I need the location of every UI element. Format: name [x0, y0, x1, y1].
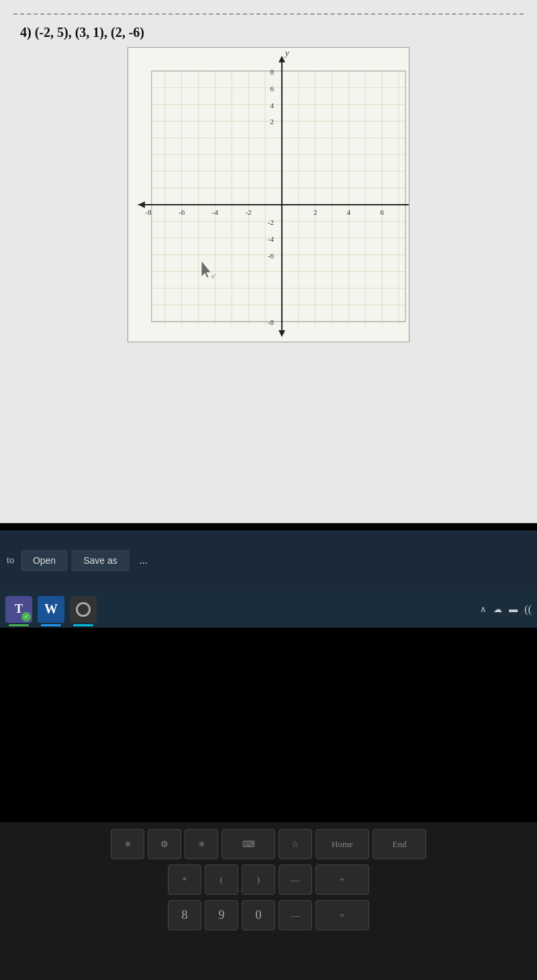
key-0[interactable]: 0	[242, 900, 275, 930]
svg-marker-34	[409, 201, 409, 208]
graph-wrapper: -8 -6 -4 -2 2 4 6 8 x 8 6 4 2 -2 -4 -6 -…	[13, 47, 524, 342]
coordinate-graph: -8 -6 -4 -2 2 4 6 8 x 8 6 4 2 -2 -4 -6 -…	[128, 47, 409, 342]
svg-text:y: y	[284, 48, 289, 58]
keyboard-area: ✳ ⚙ ✳ ⌨ ☆ Home End * ( ) — + 8 9 0 — =	[0, 822, 537, 980]
camera-lens	[76, 602, 91, 617]
key-star3[interactable]: ☆	[279, 829, 312, 859]
svg-text:2: 2	[270, 118, 273, 126]
word-letter: W	[44, 601, 58, 617]
keyboard-row-2: * ( ) — +	[3, 865, 534, 895]
key-8[interactable]: 8	[168, 900, 201, 930]
key-gear[interactable]: ⚙	[148, 829, 181, 859]
chevron-up-icon[interactable]: ∧	[480, 604, 487, 615]
svg-rect-31	[152, 71, 405, 322]
more-options-button[interactable]: ...	[133, 549, 154, 572]
svg-marker-37	[279, 330, 285, 337]
problem-number: 4)	[20, 25, 32, 40]
key-9[interactable]: 9	[205, 900, 238, 930]
svg-text:4: 4	[347, 208, 351, 216]
key-equals[interactable]: =	[315, 900, 369, 930]
svg-text:-8: -8	[145, 208, 152, 216]
key-open-paren[interactable]: (	[205, 865, 238, 895]
cloud-icon[interactable]: ☁	[493, 604, 502, 615]
key-home[interactable]: Home	[315, 829, 369, 859]
key-asterisk[interactable]: *	[168, 865, 201, 895]
save-as-button[interactable]: Save as	[71, 550, 130, 571]
teams-underline	[9, 624, 29, 626]
svg-text:-8: -8	[268, 318, 275, 326]
key-keyboard[interactable]: ⌨	[222, 829, 275, 859]
svg-marker-36	[279, 56, 285, 62]
taskbar-app-bar: to Open Save as ...	[0, 530, 537, 591]
key-end[interactable]: End	[373, 829, 426, 859]
svg-text:2: 2	[313, 208, 317, 216]
problem-label: 4) (-2, 5), (3, 1), (2, -6)	[20, 25, 524, 40]
battery-icon: ▬	[509, 604, 518, 615]
key-star1[interactable]: ✳	[111, 829, 144, 859]
windows-taskbar: T ✓ W ∧ ☁ ▬ ((	[0, 591, 537, 628]
key-dash2[interactable]: —	[279, 900, 312, 930]
svg-text:-2: -2	[246, 208, 252, 216]
points-text: (-2, 5), (3, 1), (2, -6)	[35, 25, 144, 40]
camera-underline	[73, 624, 93, 626]
taskbar-word-icon[interactable]: W	[38, 596, 64, 623]
taskbar-teams-icon[interactable]: T ✓	[5, 596, 32, 623]
system-tray: ∧ ☁ ▬ ((	[480, 603, 532, 616]
key-plus[interactable]: +	[315, 865, 369, 895]
key-close-paren[interactable]: )	[242, 865, 275, 895]
svg-marker-33	[138, 201, 145, 208]
svg-text:8: 8	[270, 68, 274, 76]
svg-text:-4: -4	[212, 208, 219, 216]
open-button[interactable]: Open	[21, 550, 68, 571]
svg-text:-4: -4	[268, 235, 275, 243]
key-dash[interactable]: —	[279, 865, 312, 895]
black-background	[0, 628, 537, 822]
document-area: 4) (-2, 5), (3, 1), (2, -6)	[0, 0, 537, 524]
dashed-separator	[13, 13, 524, 15]
taskbar-camera-icon[interactable]	[70, 596, 97, 623]
keyboard-row-3: 8 9 0 — =	[3, 900, 534, 930]
teams-status-badge: ✓	[21, 612, 31, 622]
svg-text:-6: -6	[268, 252, 275, 260]
keyboard-row-1: ✳ ⚙ ✳ ⌨ ☆ Home End	[3, 829, 534, 859]
svg-text:6: 6	[380, 208, 384, 216]
svg-text:6: 6	[270, 85, 274, 93]
to-text: to	[7, 555, 14, 566]
svg-text:-2: -2	[268, 218, 274, 226]
word-underline	[41, 624, 61, 626]
key-star2[interactable]: ✳	[185, 829, 218, 859]
svg-text:4: 4	[270, 101, 274, 109]
svg-marker-56	[201, 262, 210, 278]
document-inner: 4) (-2, 5), (3, 1), (2, -6)	[13, 0, 524, 342]
svg-text:-6: -6	[179, 208, 185, 216]
wifi-icon: ((	[524, 603, 532, 616]
svg-text:↙: ↙	[211, 272, 216, 279]
